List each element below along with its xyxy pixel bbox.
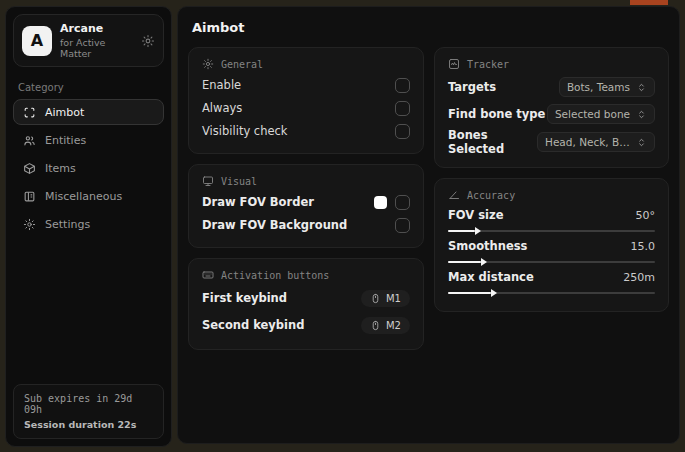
- setting-row-find-bone-type: Find bone type Selected bone: [448, 101, 655, 127]
- setting-row-first-keybind: First keybind M1: [202, 285, 410, 311]
- slider-value: 250m: [623, 271, 655, 284]
- content-columns: General Enable Always Visibility check: [188, 47, 669, 350]
- sidebar-item-label: Settings: [45, 218, 90, 231]
- general-card: General Enable Always Visibility check: [188, 47, 424, 154]
- session-duration-text: Session duration 22s: [24, 419, 153, 430]
- sidebar-item-label: Aimbot: [45, 106, 84, 119]
- section-title: Accuracy: [467, 190, 515, 201]
- main-panel: Aimbot General Enable Always Visibility …: [177, 6, 680, 444]
- sidebar-item-aimbot[interactable]: Aimbot: [13, 99, 164, 125]
- smoothness-slider[interactable]: [448, 261, 655, 263]
- app-logo-text: Arcane for Active Matter: [60, 22, 133, 59]
- checkbox-draw-fov-background[interactable]: [395, 218, 410, 233]
- fov-size-slider[interactable]: [448, 230, 655, 232]
- subscription-card: Sub expires in 29d 09h Session duration …: [13, 384, 164, 439]
- setting-row-visibility-check: Visibility check: [202, 120, 410, 142]
- angle-icon: [448, 189, 460, 201]
- slider-block-smoothness: Smoothness 15.0: [448, 239, 655, 263]
- dropdown-value: Head, Neck, Body, Pe...: [545, 136, 630, 148]
- targets-dropdown[interactable]: Bots, Teams: [559, 77, 655, 97]
- sidebar-item-label: Entities: [45, 134, 86, 147]
- game-background-artifact: [630, 0, 668, 5]
- page-title: Aimbot: [192, 20, 669, 35]
- keyboard-icon: [202, 269, 214, 281]
- setting-label: Enable: [202, 78, 241, 92]
- sidebar-item-entities[interactable]: Entities: [13, 127, 164, 153]
- slider-block-max-distance: Max distance 250m: [448, 270, 655, 294]
- checkbox-draw-fov-border[interactable]: [395, 195, 410, 210]
- slider-fill: [448, 230, 475, 232]
- setting-label: Visibility check: [202, 124, 288, 138]
- general-card-header: General: [202, 58, 410, 70]
- setting-label: Always: [202, 101, 242, 115]
- slider-fill: [448, 261, 481, 263]
- app-logo-card: A Arcane for Active Matter: [13, 14, 164, 67]
- activation-card-header: Activation buttons: [202, 269, 410, 281]
- dropdown-value: Bots, Teams: [567, 81, 630, 93]
- app-title: Arcane: [60, 22, 133, 35]
- find-bone-type-dropdown[interactable]: Selected bone: [547, 104, 655, 124]
- bones-selected-dropdown[interactable]: Head, Neck, Body, Pe...: [537, 132, 655, 152]
- sidebar-item-miscellaneous[interactable]: Miscellaneous: [13, 183, 164, 209]
- dropdown-value: Selected bone: [555, 108, 630, 120]
- sidebar-item-label: Items: [45, 162, 76, 175]
- unfold-icon: [636, 137, 647, 148]
- slider-head: Smoothness 15.0: [448, 239, 655, 253]
- setting-row-enable: Enable: [202, 74, 410, 96]
- keybind-value: M2: [386, 320, 401, 331]
- slider-fill: [448, 292, 491, 294]
- setting-label: Targets: [448, 80, 496, 94]
- checkbox-always[interactable]: [395, 101, 410, 116]
- setting-label: FOV size: [448, 208, 504, 222]
- sidebar-item-settings[interactable]: Settings: [13, 211, 164, 237]
- slider-value: 15.0: [631, 240, 656, 253]
- slider-head: Max distance 250m: [448, 270, 655, 284]
- app-window: { "background": { "game_artifact_color":…: [0, 0, 685, 452]
- first-keybind-button[interactable]: M1: [361, 290, 410, 307]
- unfold-icon: [636, 82, 647, 93]
- accuracy-card-header: Accuracy: [448, 189, 655, 201]
- setting-row-always: Always: [202, 97, 410, 119]
- checkbox-visibility-check[interactable]: [395, 124, 410, 139]
- slider-block-fov-size: FOV size 50°: [448, 208, 655, 232]
- setting-label: Find bone type: [448, 107, 545, 121]
- cube-icon: [23, 162, 36, 175]
- setting-row-bones-selected: Bones Selected Head, Neck, Body, Pe...: [448, 128, 655, 156]
- slider-thumb[interactable]: [481, 258, 487, 266]
- app-subtitle: for Active Matter: [60, 37, 133, 59]
- unfold-icon: [636, 109, 647, 120]
- color-swatch[interactable]: [374, 196, 387, 209]
- setting-row-targets: Targets Bots, Teams: [448, 74, 655, 100]
- setting-label: Max distance: [448, 270, 534, 284]
- slider-thumb[interactable]: [475, 227, 481, 235]
- checkbox-enable[interactable]: [395, 78, 410, 93]
- activity-icon: [448, 58, 460, 70]
- accuracy-card: Accuracy FOV size 50° Smoothne: [434, 178, 669, 312]
- mouse-icon: [370, 293, 381, 304]
- tracker-card: Tracker Targets Bots, Teams Find bone ty…: [434, 47, 669, 168]
- setting-label: Draw FOV Border: [202, 195, 314, 209]
- setting-label: First keybind: [202, 291, 287, 305]
- activation-buttons-card: Activation buttons First keybind M1 Seco…: [188, 258, 424, 350]
- setting-label: Smoothness: [448, 239, 527, 253]
- setting-row-draw-fov-background: Draw FOV Background: [202, 214, 410, 236]
- gear-icon: [23, 218, 36, 231]
- visual-card-header: Visual: [202, 175, 410, 187]
- tracker-card-header: Tracker: [448, 58, 655, 70]
- slider-thumb[interactable]: [491, 289, 497, 297]
- section-title: General: [221, 59, 263, 70]
- setting-label: Draw FOV Background: [202, 218, 347, 232]
- section-title: Tracker: [467, 59, 509, 70]
- max-distance-slider[interactable]: [448, 292, 655, 294]
- layout-icon: [23, 190, 36, 203]
- slider-head: FOV size 50°: [448, 208, 655, 222]
- second-keybind-button[interactable]: M2: [361, 317, 410, 334]
- app-logo: A: [22, 26, 52, 56]
- left-column: General Enable Always Visibility check: [188, 47, 424, 350]
- gear-icon[interactable]: [141, 34, 155, 48]
- slider-value: 50°: [636, 209, 656, 222]
- sub-expiry-text: Sub expires in 29d 09h: [24, 393, 153, 415]
- users-icon: [23, 134, 36, 147]
- sidebar-item-items[interactable]: Items: [13, 155, 164, 181]
- sidebar-nav: Aimbot Entities Items Miscellaneous Sett…: [6, 99, 171, 237]
